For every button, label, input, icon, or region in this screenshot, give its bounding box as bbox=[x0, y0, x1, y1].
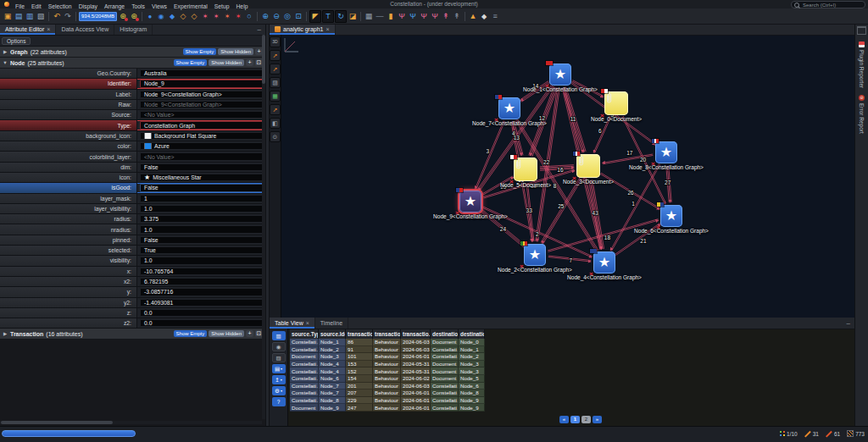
graph-edge[interactable] bbox=[475, 120, 504, 189]
attr-value-field[interactable]: 0.0 bbox=[140, 319, 263, 327]
table-cell[interactable]: Behaviour bbox=[373, 353, 401, 361]
help-button[interactable]: ? bbox=[272, 397, 286, 406]
table-cell[interactable]: 2024-06-01… bbox=[401, 404, 431, 412]
graph-node-node_3[interactable]: ×Node_3<Document> bbox=[576, 154, 600, 178]
show-hidden-button[interactable]: Show Hidden bbox=[218, 48, 253, 55]
pagination-page-1[interactable]: 1 bbox=[570, 416, 580, 423]
menu-arrange[interactable]: Arrange bbox=[101, 3, 128, 9]
attr-value-field[interactable]: Node_9<Constellation Graph> bbox=[140, 91, 263, 98]
attr-value-field[interactable]: 1.0 bbox=[140, 205, 263, 213]
table-cell[interactable]: Constellati… bbox=[290, 339, 319, 346]
table-cell[interactable]: 154 bbox=[346, 375, 373, 383]
add-transaction-icon[interactable]: ◉ bbox=[156, 11, 166, 22]
table-cell[interactable]: 2024-06-01… bbox=[401, 353, 431, 361]
menu-edit[interactable]: Edit bbox=[28, 3, 45, 9]
table-cell[interactable]: Constellati… bbox=[290, 397, 319, 405]
table-row[interactable]: DocumentNode_3101Behaviour2024-06-01…Con… bbox=[290, 353, 485, 361]
attr-value-field[interactable]: Azure bbox=[140, 142, 263, 150]
memory-indicator[interactable]: 934.5/2048MB bbox=[79, 12, 117, 21]
tab-table-view[interactable]: Table View × bbox=[270, 318, 315, 329]
pagination-page-2[interactable]: 2 bbox=[581, 416, 591, 423]
table-row[interactable]: DocumentNode_9247Behaviour2024-06-01…Con… bbox=[290, 404, 485, 412]
table-cell[interactable]: Behaviour bbox=[373, 404, 401, 412]
table-cell[interactable]: 2024-06-03… bbox=[401, 383, 431, 390]
table-cell[interactable]: Node_8 bbox=[459, 390, 485, 397]
column-header-1[interactable]: source.Ide… bbox=[319, 329, 346, 339]
tab-analytic-graph1[interactable]: analytic graph1 × bbox=[270, 24, 336, 35]
table-cell[interactable]: 207 bbox=[346, 390, 373, 397]
color-mode-button[interactable]: ▦ bbox=[270, 91, 281, 102]
table-cell[interactable]: Node_1 bbox=[459, 346, 485, 354]
graph-node-node_1[interactable]: ★×Node_1<Constellation Graph> bbox=[549, 64, 571, 86]
sphere-graph-2-icon[interactable]: ⊛ bbox=[129, 11, 139, 22]
table-cell[interactable]: Document bbox=[431, 361, 459, 368]
table-cell[interactable]: Constellati… bbox=[290, 375, 319, 383]
table-cell[interactable]: Constellati… bbox=[290, 361, 319, 368]
table-cell[interactable]: Constellati… bbox=[290, 346, 319, 354]
table-cell[interactable]: Constellati… bbox=[431, 397, 459, 405]
table-cell[interactable]: Constellati… bbox=[431, 353, 459, 361]
table-cell[interactable]: Behaviour bbox=[373, 346, 401, 354]
hex-select-a-icon[interactable]: ◇ bbox=[178, 11, 188, 22]
lock-aspect-button[interactable]: ⊙ bbox=[270, 131, 281, 142]
minimize-panel-icon[interactable]: – bbox=[843, 318, 854, 329]
graph-node-node_5[interactable]: ×Node_5<Document> bbox=[514, 157, 537, 181]
pagination-prev-button[interactable]: « bbox=[559, 416, 569, 423]
table-cell[interactable]: 91 bbox=[346, 346, 373, 354]
arrange-grid-icon[interactable]: Ψ bbox=[419, 11, 429, 22]
table-cell[interactable]: 2024-05-31… bbox=[401, 367, 431, 375]
table-cell[interactable]: 152 bbox=[346, 367, 373, 375]
section-header-graph[interactable]: ▶Graph(22 attributes)Show EmptyShow Hidd… bbox=[0, 47, 265, 58]
table-cell[interactable]: 2024-05-31… bbox=[401, 361, 431, 368]
attr-value-field[interactable]: Australia bbox=[140, 69, 263, 77]
visibility-button[interactable]: ◉ bbox=[272, 342, 286, 351]
column-header-6[interactable]: destinatio… bbox=[459, 329, 485, 339]
attr-value-field[interactable]: Node_9<Constellation Graph> bbox=[140, 101, 263, 108]
window-layout-icon[interactable] bbox=[857, 26, 866, 35]
graph-node-node_4[interactable]: ★×Node_4<Constellation Graph> bbox=[593, 251, 615, 273]
table-cell[interactable]: Document bbox=[431, 375, 459, 383]
horizontal-scrollbar[interactable] bbox=[0, 421, 262, 424]
delete-structure-1-icon[interactable]: ✶ bbox=[200, 11, 210, 22]
attr-value-field[interactable]: 1.0 bbox=[140, 257, 263, 264]
add-attribute-button[interactable]: + bbox=[246, 59, 253, 66]
delete-structure-3-icon[interactable]: ✶ bbox=[222, 11, 232, 22]
attr-value-field[interactable]: 1 bbox=[140, 195, 263, 202]
draw-mode-button[interactable]: ↗ bbox=[270, 50, 281, 61]
arrange-circle-icon[interactable]: Ψ bbox=[430, 11, 440, 22]
graph-node-node_2[interactable]: ★×Node_2<Constellation Graph> bbox=[524, 244, 546, 266]
attr-value-field[interactable]: Node_9 bbox=[140, 80, 263, 87]
table-cell[interactable]: Node_9 bbox=[319, 404, 346, 412]
preferences-menu-button[interactable]: ⚙▾ bbox=[272, 386, 286, 395]
table-cell[interactable]: Node_3 bbox=[319, 353, 346, 361]
attr-value-field[interactable]: False bbox=[140, 236, 263, 244]
draw-transaction-button[interactable]: ↗ bbox=[270, 64, 281, 75]
delete-structure-2-icon[interactable]: ✶ bbox=[211, 11, 221, 22]
column-header-3[interactable]: transactio… bbox=[373, 329, 401, 339]
table-row[interactable]: Constellati…Node_7207Behaviour2024-06-01… bbox=[290, 390, 485, 397]
table-cell[interactable]: Behaviour bbox=[373, 390, 401, 397]
graph-node-node_7[interactable]: ★×Node_7<Constellation Graph> bbox=[498, 97, 520, 119]
column-header-4[interactable]: transactio… bbox=[401, 329, 431, 339]
close-icon[interactable]: × bbox=[47, 26, 50, 32]
table-row[interactable]: Constellati…Node_4153Behaviour2024-05-31… bbox=[290, 361, 485, 368]
table-cell[interactable]: Node_1 bbox=[319, 339, 346, 346]
attr-value-field[interactable]: -1.4093081 bbox=[140, 299, 263, 307]
table-cell[interactable]: Node_2 bbox=[459, 353, 485, 361]
graph-node-node_6[interactable]: ★×Node_6<Constellation Graph> bbox=[660, 205, 682, 227]
close-icon[interactable]: × bbox=[306, 320, 309, 326]
new-graph-icon[interactable]: ▣ bbox=[3, 11, 13, 22]
quick-search[interactable] bbox=[791, 1, 865, 8]
select-type-icon[interactable]: T bbox=[322, 10, 334, 23]
table-grid-icon[interactable]: ▦ bbox=[364, 11, 374, 22]
menu-selection[interactable]: Selection bbox=[45, 3, 75, 9]
attr-value-field[interactable]: 0.0 bbox=[140, 309, 263, 317]
table-cell[interactable]: 153 bbox=[346, 361, 373, 368]
hourglass-icon[interactable]: ◆ bbox=[479, 11, 489, 22]
show-empty-button[interactable]: Show Empty bbox=[174, 330, 208, 337]
graph-node-node_0[interactable]: ×Node_0<Document> bbox=[604, 91, 628, 115]
tab-attribute-editor[interactable]: Attribute Editor × bbox=[0, 24, 56, 35]
attr-value-field[interactable]: Background Flat Square bbox=[140, 132, 263, 140]
hatch-selection-button[interactable]: ▨ bbox=[270, 77, 281, 88]
tab-timeline[interactable]: Timeline bbox=[315, 318, 348, 329]
